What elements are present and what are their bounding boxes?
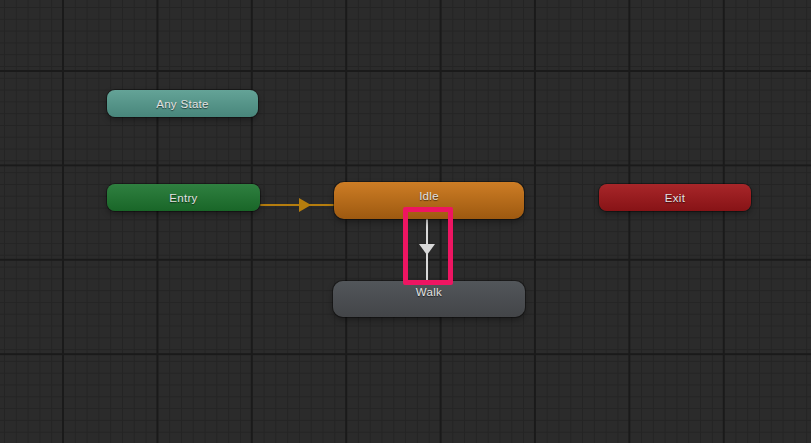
- transition-arrowhead-icon: [419, 244, 435, 255]
- state-node-entry[interactable]: Entry: [107, 184, 260, 211]
- state-node-label: Idle: [419, 190, 439, 202]
- transition-line-entry-to-idle[interactable]: [260, 204, 334, 206]
- state-machine-canvas[interactable]: Any StateEntryIdleExitWalk: [0, 0, 811, 443]
- transition-arrowhead-icon: [299, 198, 311, 212]
- state-node-idle[interactable]: Idle: [334, 182, 524, 219]
- state-node-label: Entry: [169, 192, 197, 204]
- state-node-label: Exit: [665, 192, 685, 204]
- state-node-walk[interactable]: Walk: [333, 281, 525, 317]
- state-node-exit[interactable]: Exit: [599, 184, 751, 211]
- state-node-label: Walk: [416, 286, 442, 298]
- state-node-label: Any State: [156, 98, 209, 110]
- state-node-any-state[interactable]: Any State: [107, 90, 258, 117]
